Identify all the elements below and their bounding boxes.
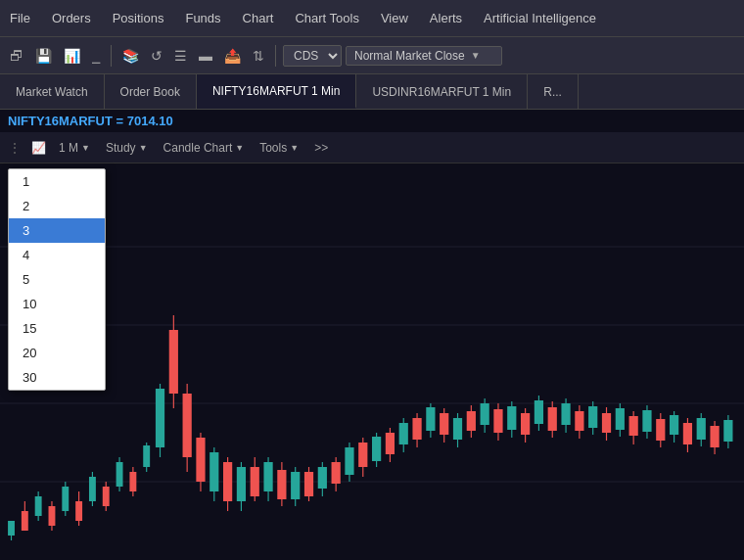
- svg-rect-44: [263, 462, 272, 491]
- svg-rect-82: [521, 413, 530, 435]
- interval-item-3[interactable]: 3: [9, 218, 105, 243]
- interval-item-5[interactable]: 5: [9, 267, 105, 292]
- svg-rect-94: [602, 413, 611, 433]
- cds-select[interactable]: CDS: [283, 45, 342, 67]
- tools-button[interactable]: Tools ▼: [253, 138, 305, 158]
- svg-rect-10: [35, 496, 42, 516]
- svg-rect-86: [548, 407, 557, 431]
- svg-rect-28: [156, 389, 164, 447]
- upload-icon[interactable]: 📤: [220, 45, 245, 67]
- interval-button[interactable]: 1 M ▼: [52, 138, 97, 158]
- menu-view[interactable]: View: [379, 7, 410, 29]
- menu-chart[interactable]: Chart: [241, 7, 276, 29]
- svg-rect-74: [467, 411, 476, 431]
- minus-icon[interactable]: ▬: [195, 45, 216, 67]
- svg-rect-98: [629, 416, 638, 436]
- svg-rect-96: [616, 408, 625, 430]
- interval-item-15[interactable]: 15: [9, 316, 105, 341]
- study-button[interactable]: Study ▼: [99, 138, 155, 158]
- menu-ai[interactable]: Artificial Intelligence: [482, 7, 598, 29]
- svg-rect-60: [372, 437, 381, 461]
- interval-item-10[interactable]: 10: [9, 292, 105, 316]
- tab-nifty[interactable]: NIFTY16MARFUT 1 Min: [197, 74, 356, 109]
- menu-chart-tools[interactable]: Chart Tools: [293, 7, 361, 29]
- svg-rect-70: [440, 413, 448, 435]
- candle-chart-button[interactable]: Candle Chart ▼: [157, 138, 252, 158]
- separator-2: [275, 45, 276, 67]
- book-icon[interactable]: 📚: [118, 45, 143, 67]
- svg-rect-110: [710, 426, 719, 447]
- market-close-label: Normal Market Close: [354, 49, 465, 63]
- svg-rect-100: [642, 410, 651, 432]
- toolbar: 🗗 💾 📊 ⎯ 📚 ↺ ☰ ▬ 📤 ⇅ CDS Normal Market Cl…: [0, 37, 744, 74]
- interval-item-1[interactable]: 1: [9, 169, 105, 194]
- svg-rect-32: [183, 394, 192, 457]
- cds-select-wrap: CDS: [283, 45, 342, 67]
- more-label: >>: [314, 141, 328, 155]
- study-label: Study: [106, 141, 136, 155]
- svg-rect-112: [723, 420, 732, 442]
- swap-icon[interactable]: ⇅: [249, 45, 268, 67]
- svg-rect-8: [22, 511, 28, 531]
- chart-area: NIFTY16MARFUT = 7014.10 ⋮ 📈 1 M ▼ Study …: [0, 110, 744, 560]
- svg-rect-16: [75, 501, 82, 521]
- tab-more[interactable]: R...: [528, 74, 579, 109]
- list-icon[interactable]: ☰: [170, 45, 191, 67]
- menu-positions[interactable]: Positions: [111, 7, 166, 29]
- menubar: File Orders Positions Funds Chart Chart …: [0, 0, 744, 37]
- svg-rect-72: [453, 418, 462, 440]
- tools-arrow-icon: ▼: [290, 143, 299, 153]
- market-close-dropdown[interactable]: Normal Market Close ▼: [346, 46, 502, 66]
- svg-rect-6: [8, 521, 15, 536]
- tab-usdinr[interactable]: USDINR16MARFUT 1 Min: [356, 74, 528, 109]
- svg-rect-64: [399, 423, 408, 444]
- candlestick-chart: [0, 168, 744, 560]
- new-window-icon[interactable]: 🗗: [6, 45, 27, 67]
- market-close-arrow-icon: ▼: [471, 50, 481, 61]
- save-icon[interactable]: 💾: [31, 45, 56, 67]
- svg-rect-26: [143, 445, 150, 467]
- svg-rect-68: [426, 407, 435, 431]
- svg-rect-88: [561, 403, 570, 425]
- svg-rect-36: [209, 452, 218, 491]
- tab-market-watch[interactable]: Market Watch: [0, 74, 105, 109]
- interval-item-2[interactable]: 2: [9, 194, 105, 218]
- candle-chart-label: Candle Chart: [163, 141, 233, 155]
- chart-title: NIFTY16MARFUT = 7014.10: [0, 110, 744, 132]
- more-button[interactable]: >>: [307, 138, 335, 158]
- svg-rect-84: [535, 400, 543, 424]
- interval-arrow-icon: ▼: [81, 143, 90, 153]
- svg-rect-66: [412, 418, 421, 440]
- svg-rect-92: [588, 406, 597, 428]
- chart-icon[interactable]: 📊: [60, 45, 84, 67]
- svg-rect-20: [103, 487, 110, 506]
- menu-funds[interactable]: Funds: [183, 7, 222, 29]
- interval-item-30[interactable]: 30: [9, 365, 105, 390]
- tab-order-book[interactable]: Order Book: [105, 74, 197, 109]
- svg-rect-56: [345, 447, 353, 475]
- separator-1: [111, 45, 112, 67]
- drag-icon: ⋮: [8, 140, 22, 156]
- svg-rect-78: [493, 409, 502, 433]
- svg-rect-108: [697, 418, 706, 440]
- svg-rect-38: [223, 462, 232, 501]
- svg-rect-42: [251, 467, 259, 496]
- svg-rect-34: [196, 438, 205, 482]
- menu-alerts[interactable]: Alerts: [428, 7, 464, 29]
- svg-rect-104: [670, 415, 678, 435]
- svg-rect-90: [575, 411, 583, 431]
- svg-rect-76: [481, 403, 489, 425]
- menu-orders[interactable]: Orders: [50, 7, 93, 29]
- interval-item-4[interactable]: 4: [9, 243, 105, 267]
- menu-file[interactable]: File: [8, 7, 32, 29]
- interval-label: 1 M: [59, 141, 78, 155]
- svg-rect-80: [507, 406, 516, 430]
- svg-rect-0: [0, 168, 744, 560]
- svg-rect-24: [129, 472, 136, 491]
- interval-item-20[interactable]: 20: [9, 341, 105, 365]
- link-icon[interactable]: ⎯: [88, 45, 104, 67]
- refresh-icon[interactable]: ↺: [147, 45, 166, 67]
- svg-rect-18: [89, 477, 96, 501]
- svg-rect-54: [332, 462, 341, 484]
- tools-label: Tools: [259, 141, 287, 155]
